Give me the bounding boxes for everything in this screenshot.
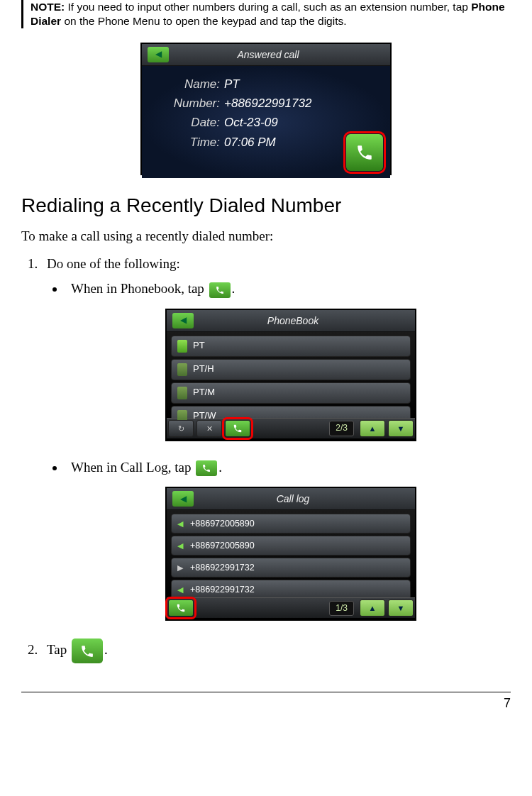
refresh-button[interactable]: ↻	[168, 420, 194, 437]
time-value: 07:06 PM	[224, 135, 276, 150]
back-button[interactable]: ◀	[148, 47, 169, 62]
number-label: Number:	[153, 96, 224, 111]
redial-button[interactable]	[225, 420, 250, 437]
name-label: Name:	[153, 77, 224, 92]
call-button[interactable]	[346, 134, 383, 171]
note-text-1: If you need to input other numbers durin…	[65, 1, 471, 13]
name-value: PT	[224, 77, 240, 92]
cl-row[interactable]: ◀+886972005890	[171, 536, 411, 555]
close-button[interactable]: ✕	[196, 420, 222, 437]
section-heading: Redialing a Recently Dialed Number	[21, 193, 511, 219]
incoming-arrow-icon: ◀	[177, 519, 184, 529]
call-details: Name:PT Number:+886922991732 Date:Oct-23…	[142, 66, 390, 178]
redial-button[interactable]	[168, 599, 194, 617]
note-label: NOTE:	[31, 1, 65, 13]
cl-title: Call log	[199, 492, 415, 505]
answered-call-screenshot: ◀ Answered call Name:PT Number:+88692299…	[140, 43, 392, 175]
title-text: Answered call	[174, 48, 390, 61]
incoming-arrow-icon: ◀	[177, 585, 184, 595]
sim-icon	[177, 340, 187, 353]
bullet-1-post: .	[232, 281, 235, 296]
page-up-button[interactable]: ▲	[360, 420, 385, 437]
back-button[interactable]: ◀	[172, 313, 194, 328]
cl-number: +886972005890	[190, 540, 255, 551]
bullet-1: When in Phonebook, tap . ◀ PhoneBook PT …	[65, 280, 511, 441]
page-indicator: 2/3	[329, 421, 354, 436]
time-label: Time:	[153, 135, 224, 150]
date-label: Date:	[153, 115, 224, 131]
bullet-2-post: .	[218, 460, 222, 475]
pb-row[interactable]: PT/H	[171, 359, 411, 380]
pb-titlebar: ◀ PhoneBook	[167, 310, 415, 332]
note-text-2: on the Phone Menu to open the keypad and…	[61, 15, 346, 27]
bullet-2: When in Call Log, tap . ◀ Call log ◀+886…	[65, 459, 511, 621]
cl-row[interactable]: ◀+886922991732	[171, 580, 411, 599]
cl-bottom-bar: 1/3 ▲ ▼	[167, 597, 415, 618]
pb-row[interactable]: PT	[171, 336, 411, 357]
pb-entry: PT/H	[193, 363, 214, 375]
pb-title: PhoneBook	[199, 314, 415, 327]
page-number: 7	[504, 696, 511, 710]
cl-row[interactable]: ◀+886972005890	[171, 514, 411, 534]
bullet-2-pre: When in Call Log, tap	[71, 460, 194, 475]
date-value: Oct-23-09	[224, 115, 278, 131]
bullet-1-pre: When in Phonebook, tap	[71, 281, 208, 296]
back-button[interactable]: ◀	[172, 491, 194, 507]
number-value: +886922991732	[224, 96, 311, 111]
step-2-post: .	[104, 642, 108, 657]
pb-entry: PT	[193, 340, 205, 352]
cl-number: +886972005890	[190, 518, 255, 529]
outgoing-arrow-icon: ▶	[177, 563, 184, 573]
step-1-text: Do one of the following:	[47, 256, 180, 271]
phone-contact-icon	[177, 363, 187, 376]
lead-text: To make a call using a recently dialed n…	[21, 228, 511, 245]
phonebook-screenshot: ◀ PhoneBook PT PT/H PT/M PT/W ↻ ✕	[165, 309, 416, 441]
cl-number: +886922991732	[190, 562, 255, 573]
redial-icon[interactable]	[196, 460, 217, 476]
step-1: Do one of the following: When in Phonebo…	[41, 255, 511, 621]
phone-icon	[355, 143, 374, 162]
pb-row[interactable]: PT/M	[171, 382, 411, 404]
note-block: NOTE: If you need to input other numbers…	[21, 0, 511, 28]
cl-number: +886922991732	[190, 584, 255, 595]
titlebar: ◀ Answered call	[142, 44, 390, 66]
page-up-button[interactable]: ▲	[360, 599, 385, 617]
calllog-screenshot: ◀ Call log ◀+886972005890 ◀+886972005890…	[165, 487, 416, 621]
cl-titlebar: ◀ Call log	[167, 488, 415, 510]
pb-entry: PT/M	[193, 387, 215, 399]
page-down-button[interactable]: ▼	[388, 420, 414, 437]
redial-icon[interactable]	[209, 282, 231, 298]
step-2-pre: Tap	[47, 642, 70, 657]
cl-row[interactable]: ▶+886922991732	[171, 558, 411, 577]
step-2: Tap .	[41, 639, 511, 663]
pb-bottom-bar: ↻ ✕ 2/3 ▲ ▼	[167, 418, 415, 438]
page-indicator: 1/3	[329, 601, 354, 617]
phone-contact-icon	[177, 387, 187, 399]
incoming-arrow-icon: ◀	[177, 541, 184, 551]
page-down-button[interactable]: ▼	[388, 599, 414, 617]
call-icon[interactable]	[72, 639, 103, 663]
page-footer: 7	[21, 692, 511, 712]
